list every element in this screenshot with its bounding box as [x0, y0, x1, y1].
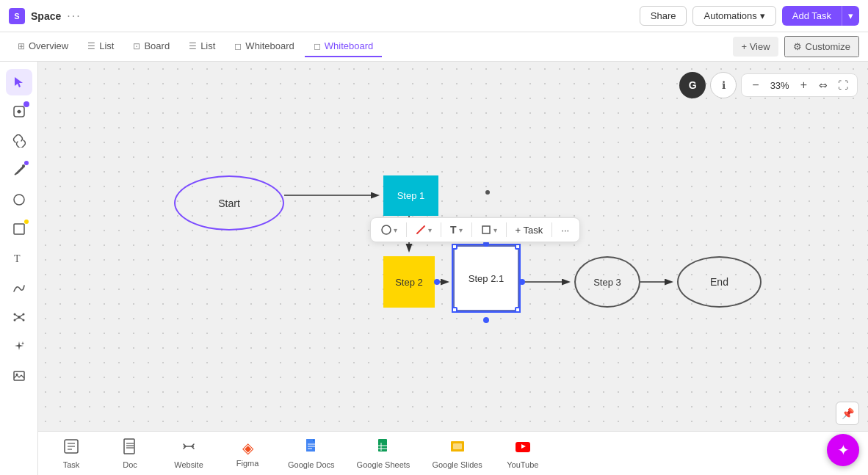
figma-label: Figma: [236, 459, 259, 468]
sticky-tool[interactable]: [6, 216, 32, 242]
youtube-label: YouTube: [507, 460, 538, 469]
bottom-item-youtube[interactable]: YouTube: [504, 438, 541, 469]
shape-step21[interactable]: Step 2.1: [453, 245, 519, 311]
space-avatar: S: [9, 8, 25, 24]
shape-step3[interactable]: Step 3: [574, 256, 640, 308]
bottom-item-website[interactable]: Website: [170, 438, 207, 469]
svg-line-22: [417, 226, 424, 233]
svg-point-21: [382, 225, 391, 234]
top-bar-left: S Space ···: [9, 8, 82, 24]
svg-line-13: [19, 317, 23, 320]
left-toolbar: T: [0, 62, 38, 475]
figma-icon: ◈: [242, 439, 253, 457]
top-bar: S Space ··· Share Automations ▾ Add Task…: [0, 0, 868, 32]
add-view-button[interactable]: + View: [733, 37, 778, 57]
svg-rect-14: [14, 371, 24, 380]
space-name: Space: [31, 10, 61, 22]
tab-overview[interactable]: ⊞ Overview: [9, 36, 77, 57]
more-options-button[interactable]: ···: [555, 222, 575, 239]
svg-rect-43: [453, 443, 462, 449]
automations-button[interactable]: Automations ▾: [692, 6, 775, 26]
user-avatar: G: [679, 72, 706, 98]
shape-start[interactable]: Start: [174, 175, 284, 231]
google-slides-icon: [449, 438, 466, 458]
fit-button[interactable]: ⇔: [814, 78, 832, 93]
doc-icon: [122, 438, 138, 458]
svg-rect-3: [14, 224, 24, 234]
conn-dot-step2-right[interactable]: [434, 279, 440, 285]
text-tool[interactable]: T: [6, 245, 32, 272]
task-icon: [63, 438, 79, 458]
bottom-item-figma[interactable]: ◈ Figma: [229, 439, 266, 468]
main-layout: T G ℹ − 33% + ⇔ ⛶: [0, 62, 868, 475]
toolbar-divider-1: [406, 222, 407, 237]
add-task-caret[interactable]: ▾: [842, 6, 859, 26]
customize-button[interactable]: ⚙ Customize: [784, 36, 859, 57]
shape-end[interactable]: End: [677, 256, 762, 308]
text-selector[interactable]: T ▾: [444, 221, 469, 239]
ai-assist-tool[interactable]: [6, 333, 32, 360]
conn-dot-step1-top[interactable]: [485, 190, 490, 195]
link-tool[interactable]: [6, 128, 32, 154]
list2-icon: ☰: [189, 41, 197, 51]
zoom-in-button[interactable]: +: [796, 77, 811, 93]
conn-dot-bottom[interactable]: [483, 317, 489, 323]
select-tool[interactable]: [6, 69, 32, 95]
ai-dot: [23, 101, 29, 107]
info-button[interactable]: ℹ: [710, 72, 737, 98]
add-task-ft-button[interactable]: + Task: [510, 222, 549, 239]
canvas-area[interactable]: G ℹ − 33% + ⇔ ⛶: [38, 62, 868, 475]
canvas-controls: G ℹ − 33% + ⇔ ⛶: [679, 72, 858, 98]
svg-line-11: [15, 317, 19, 320]
shape-selector[interactable]: ▾: [375, 222, 403, 238]
circle-tool[interactable]: [6, 186, 32, 213]
google-docs-icon: [303, 438, 319, 458]
draw-tool[interactable]: [6, 275, 32, 301]
list1-icon: ☰: [87, 41, 95, 51]
doc-label: Doc: [123, 460, 137, 469]
tab-board[interactable]: ⊡ Board: [124, 36, 178, 57]
ai-tool[interactable]: [6, 98, 32, 125]
share-button[interactable]: Share: [640, 6, 687, 26]
tab-list2[interactable]: ☰ List: [180, 36, 224, 57]
toolbar-divider-4: [506, 222, 507, 237]
tab-whiteboard1[interactable]: ◻ Whiteboard: [225, 36, 303, 57]
shape-step2[interactable]: Step 2: [383, 256, 435, 308]
svg-text:T: T: [14, 253, 21, 264]
svg-point-1: [22, 164, 25, 167]
zoom-value: 33%: [767, 80, 793, 91]
floating-toolbar: ▾ ▾ T ▾ ▾ + Task ···: [370, 217, 580, 242]
add-task-button[interactable]: Add Task ▾: [782, 6, 859, 26]
svg-rect-23: [482, 226, 490, 233]
conn-dot-right[interactable]: [519, 279, 525, 285]
bottom-bar: Task Doc Website ◈ Figma: [38, 431, 868, 475]
fullscreen-button[interactable]: ⛶: [835, 78, 851, 93]
nav-right: + View ⚙ Customize: [733, 36, 859, 57]
sticky-dot: [24, 220, 29, 224]
nav-tabs: ⊞ Overview ☰ List ⊡ Board ☰ List ◻ White…: [0, 32, 868, 62]
mindmap-tool[interactable]: [6, 304, 32, 330]
image-tool[interactable]: [6, 363, 32, 389]
stroke-caret: ▾: [428, 226, 432, 234]
zoom-out-button[interactable]: −: [748, 77, 763, 93]
google-sheets-label: Google Sheets: [357, 460, 411, 469]
bottom-item-google-slides[interactable]: Google Slides: [432, 438, 482, 469]
svg-line-10: [15, 314, 19, 317]
overview-icon: ⊞: [18, 41, 25, 51]
fab-button[interactable]: ✦: [827, 434, 859, 466]
pen-tool[interactable]: [6, 157, 32, 184]
bottom-item-google-sheets[interactable]: Google Sheets: [357, 438, 411, 469]
bottom-item-doc[interactable]: Doc: [112, 438, 148, 469]
bottom-item-task[interactable]: Task: [53, 438, 90, 469]
pin-button[interactable]: 📌: [836, 402, 859, 425]
chevron-down-icon: ▾: [760, 10, 765, 21]
toolbar-divider-5: [551, 222, 552, 237]
shape-step1[interactable]: Step 1: [383, 175, 438, 216]
tab-list1[interactable]: ☰ List: [79, 36, 123, 57]
dots-menu[interactable]: ···: [67, 10, 81, 23]
bottom-item-google-docs[interactable]: Google Docs: [288, 438, 335, 469]
tab-whiteboard2[interactable]: ◻ Whiteboard: [305, 36, 382, 57]
google-docs-label: Google Docs: [288, 460, 335, 469]
rect-selector[interactable]: ▾: [475, 222, 503, 238]
stroke-selector[interactable]: ▾: [410, 222, 438, 238]
